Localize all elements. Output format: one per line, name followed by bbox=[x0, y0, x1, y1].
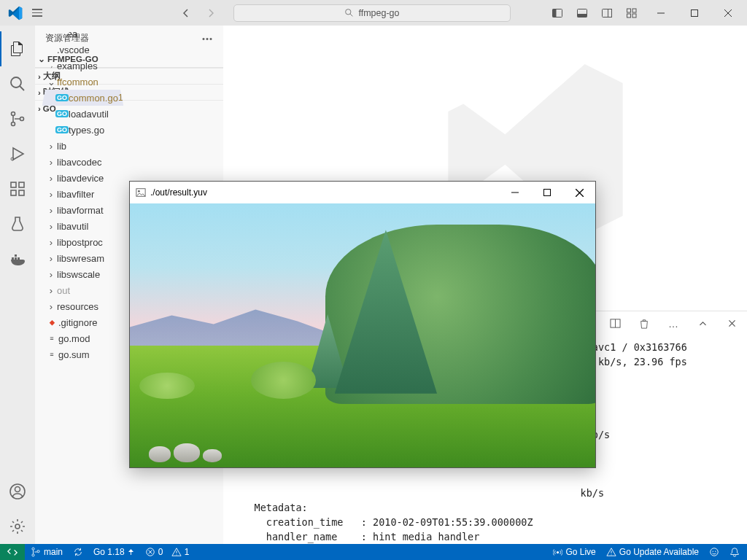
layout-primary-sidebar-icon[interactable] bbox=[546, 3, 569, 23]
svg-rect-11 bbox=[692, 9, 698, 16]
tree-item-libswscale[interactable]: ›libswscale bbox=[35, 266, 131, 282]
tree-item-libavutil[interactable]: ›libavutil bbox=[35, 218, 131, 234]
go-version-status[interactable]: Go 1.18 bbox=[93, 547, 135, 557]
tree-item-libpostproc[interactable]: ›libpostproc bbox=[35, 234, 131, 250]
terminal-kill-icon[interactable] bbox=[636, 319, 652, 329]
imgwin-minimize-button[interactable] bbox=[499, 182, 531, 203]
svg-point-29 bbox=[32, 548, 34, 550]
svg-point-14 bbox=[12, 122, 15, 126]
tree-item-ffcommon[interactable]: ⌄ffcommon bbox=[35, 74, 131, 90]
svg-rect-10 bbox=[632, 14, 636, 18]
svg-point-34 bbox=[711, 548, 719, 556]
go-update-status[interactable]: Go Update Available bbox=[606, 547, 699, 557]
activity-bar bbox=[0, 26, 35, 544]
activity-explorer-icon[interactable] bbox=[0, 31, 35, 66]
svg-point-38 bbox=[138, 190, 140, 192]
explorer-more-icon[interactable]: ••• bbox=[202, 34, 213, 43]
image-viewport bbox=[130, 203, 595, 467]
svg-point-30 bbox=[32, 554, 34, 556]
tree-item-loadavutil[interactable]: GOloadavutil bbox=[35, 106, 131, 122]
svg-rect-21 bbox=[12, 257, 14, 260]
tree-item--gitignore[interactable]: ◆.gitignore bbox=[35, 314, 131, 330]
activity-source-control-icon[interactable] bbox=[0, 101, 35, 136]
feedback-icon[interactable] bbox=[709, 547, 719, 557]
go-live-status[interactable]: Go Live bbox=[553, 547, 595, 557]
problems-status[interactable]: 0 1 bbox=[145, 547, 190, 557]
menu-icon[interactable] bbox=[29, 6, 45, 20]
svg-rect-17 bbox=[11, 182, 16, 187]
image-window-titlebar[interactable]: ./out/result.yuv bbox=[130, 182, 595, 203]
svg-rect-39 bbox=[544, 190, 551, 196]
vscode-logo-icon bbox=[8, 6, 23, 20]
activity-run-debug-icon[interactable] bbox=[0, 136, 35, 171]
sync-status[interactable] bbox=[73, 547, 83, 557]
svg-rect-24 bbox=[15, 254, 17, 257]
tree-item-libavcodec[interactable]: ›libavcodec bbox=[35, 154, 131, 170]
svg-point-12 bbox=[11, 77, 21, 88]
remote-indicator[interactable] bbox=[0, 544, 25, 560]
layout-secondary-sidebar-icon[interactable] bbox=[595, 3, 619, 23]
nav-forward-button[interactable] bbox=[201, 4, 220, 23]
tree-item-resources[interactable]: ›resources bbox=[35, 298, 131, 314]
tree-item-go-sum[interactable]: ≡go.sum bbox=[35, 346, 131, 362]
svg-rect-6 bbox=[608, 9, 612, 17]
activity-accounts-icon[interactable] bbox=[0, 474, 35, 509]
svg-point-15 bbox=[20, 117, 24, 121]
tree-item-common-go[interactable]: GOcommon.go1 bbox=[35, 90, 131, 106]
terminal-maximize-icon[interactable] bbox=[694, 319, 711, 328]
svg-point-36 bbox=[715, 551, 716, 551]
search-placeholder: ffmpeg-go bbox=[358, 8, 399, 18]
svg-point-27 bbox=[15, 524, 20, 529]
tree-item-lib[interactable]: ›lib bbox=[35, 138, 131, 154]
svg-point-13 bbox=[12, 112, 15, 116]
terminal-split-icon[interactable] bbox=[607, 318, 623, 329]
image-file-icon bbox=[136, 187, 146, 198]
imgwin-close-button[interactable] bbox=[563, 182, 595, 203]
svg-point-33 bbox=[557, 551, 559, 553]
activity-search-icon[interactable] bbox=[0, 66, 35, 101]
tree-item-go-mod[interactable]: ≡go.mod bbox=[35, 330, 131, 346]
terminal-more-icon[interactable]: … bbox=[665, 318, 681, 330]
titlebar: ffmpeg-go bbox=[0, 0, 747, 26]
svg-rect-8 bbox=[632, 9, 636, 12]
svg-point-35 bbox=[713, 551, 713, 551]
window-maximize-button[interactable] bbox=[678, 2, 711, 24]
imgwin-maximize-button[interactable] bbox=[531, 182, 563, 203]
svg-rect-23 bbox=[18, 257, 20, 260]
svg-rect-18 bbox=[11, 190, 16, 195]
notifications-icon[interactable] bbox=[729, 547, 740, 557]
git-branch-status[interactable]: main bbox=[31, 547, 63, 557]
image-preview-window[interactable]: ./out/result.yuv bbox=[129, 181, 596, 468]
layout-panel-icon[interactable] bbox=[570, 3, 594, 23]
tree-item-libavfilter[interactable]: ›libavfilter bbox=[35, 186, 131, 202]
terminal-close-icon[interactable] bbox=[724, 319, 740, 328]
search-icon bbox=[344, 8, 354, 18]
svg-rect-19 bbox=[19, 190, 24, 195]
tree-item-types-go[interactable]: GOtypes.go bbox=[35, 122, 131, 138]
svg-rect-9 bbox=[627, 14, 631, 18]
file-tree: ›.idea›.vscode›examples⌄ffcommonGOcommon… bbox=[35, 26, 131, 362]
tree-item-out[interactable]: ›out bbox=[35, 282, 131, 298]
svg-rect-5 bbox=[603, 9, 612, 17]
svg-rect-20 bbox=[19, 182, 24, 187]
window-close-button[interactable] bbox=[712, 2, 744, 24]
svg-rect-22 bbox=[15, 257, 17, 260]
svg-point-26 bbox=[15, 487, 20, 492]
activity-settings-icon[interactable] bbox=[0, 509, 35, 544]
activity-extensions-icon[interactable] bbox=[0, 171, 35, 206]
tree-item-libavdevice[interactable]: ›libavdevice bbox=[35, 170, 131, 186]
activity-docker-icon[interactable] bbox=[0, 241, 35, 276]
activity-testing-icon[interactable] bbox=[0, 206, 35, 241]
tree-item-libswresam[interactable]: ›libswresam bbox=[35, 250, 131, 266]
nav-back-button[interactable] bbox=[177, 4, 196, 23]
svg-point-31 bbox=[37, 551, 39, 553]
svg-rect-4 bbox=[578, 14, 587, 18]
svg-point-0 bbox=[346, 9, 351, 15]
svg-rect-7 bbox=[627, 9, 631, 12]
command-center-search[interactable]: ffmpeg-go bbox=[233, 4, 511, 22]
window-minimize-button[interactable] bbox=[645, 2, 677, 24]
layout-customize-icon[interactable] bbox=[620, 3, 643, 23]
image-window-title: ./out/result.yuv bbox=[150, 187, 207, 198]
svg-rect-2 bbox=[553, 9, 557, 17]
tree-item-libavformat[interactable]: ›libavformat bbox=[35, 202, 131, 218]
